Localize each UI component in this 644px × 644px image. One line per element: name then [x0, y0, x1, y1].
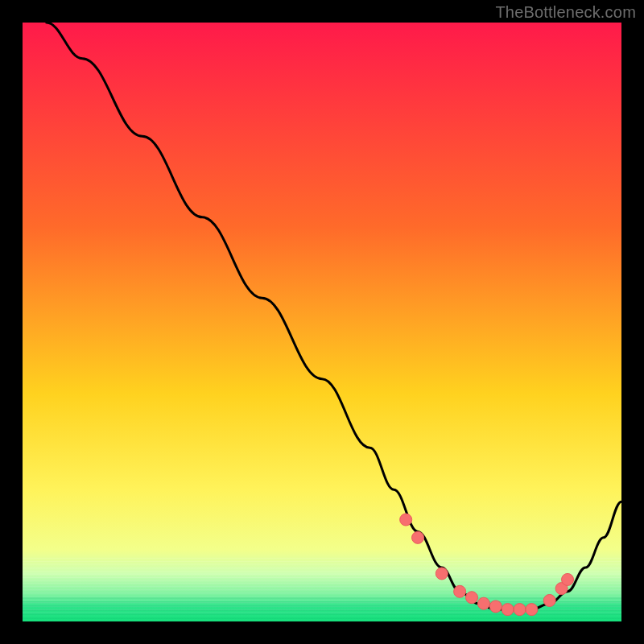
data-marker: [477, 597, 489, 609]
data-marker: [543, 594, 555, 606]
chart-frame: TheBottleneck.com: [0, 0, 644, 644]
data-marker: [526, 604, 538, 616]
data-marker: [562, 573, 574, 585]
data-marker: [454, 585, 466, 597]
data-marker: [466, 592, 478, 604]
data-marker: [412, 531, 424, 543]
data-marker: [489, 601, 502, 613]
chart-svg: [23, 23, 621, 621]
data-marker: [514, 604, 526, 616]
data-marker: [502, 604, 514, 616]
data-marker: [436, 568, 448, 580]
attribution-label: TheBottleneck.com: [495, 3, 636, 22]
plot-area: [23, 23, 621, 621]
gradient-background: [23, 23, 621, 621]
data-marker: [400, 514, 412, 526]
